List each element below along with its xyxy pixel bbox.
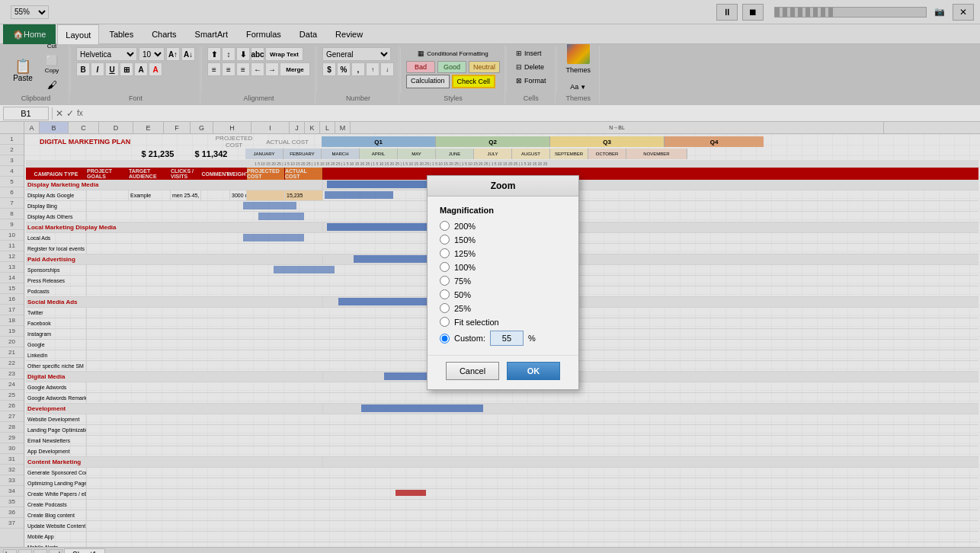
magnification-label: Magnification (440, 206, 566, 215)
zoom-cancel-button[interactable]: Cancel (446, 362, 499, 380)
zoom-radio-75[interactable] (440, 276, 450, 286)
zoom-option-200[interactable]: 200% (440, 221, 566, 231)
zoom-option-75[interactable]: 75% (440, 276, 566, 286)
zoom-option-150[interactable]: 150% (440, 235, 566, 245)
zoom-radio-custom[interactable] (440, 334, 450, 344)
zoom-option-fit[interactable]: Fit selection (440, 317, 566, 327)
zoom-radio-100[interactable] (440, 262, 450, 272)
pct-symbol: % (528, 334, 536, 343)
zoom-option-100[interactable]: 100% (440, 262, 566, 272)
zoom-custom-input[interactable] (490, 331, 524, 346)
zoom-ok-button[interactable]: OK (507, 362, 560, 380)
zoom-option-25[interactable]: 25% (440, 303, 566, 313)
zoom-option-50[interactable]: 50% (440, 289, 566, 299)
zoom-option-custom[interactable]: Custom: (440, 334, 485, 344)
zoom-radio-50[interactable] (440, 289, 450, 299)
zoom-dialog-body: Magnification 200% 150% 125% 100% 75% 50… (428, 197, 578, 355)
zoom-radio-150[interactable] (440, 235, 450, 245)
zoom-custom-row: Custom: % (440, 331, 566, 346)
zoom-option-125[interactable]: 125% (440, 248, 566, 258)
zoom-dialog: Zoom Magnification 200% 150% 125% 100% 7… (427, 175, 579, 390)
zoom-radio-fit[interactable] (440, 317, 450, 327)
zoom-radio-125[interactable] (440, 248, 450, 258)
zoom-dialog-footer: Cancel OK (428, 355, 578, 389)
zoom-radio-25[interactable] (440, 303, 450, 313)
zoom-radio-200[interactable] (440, 221, 450, 231)
zoom-dialog-title: Zoom (428, 176, 578, 197)
